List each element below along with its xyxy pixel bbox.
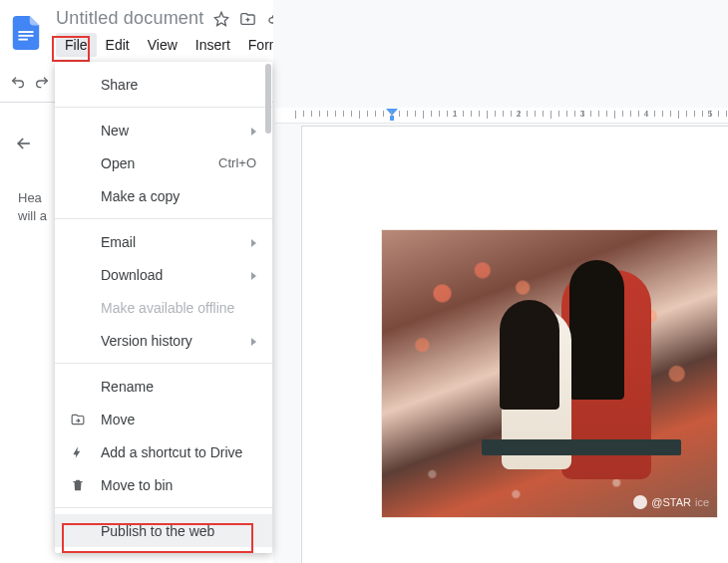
weibo-icon	[633, 495, 647, 509]
star-icon[interactable]	[213, 11, 229, 27]
document-image[interactable]: @STARice	[381, 229, 718, 518]
svg-rect-0	[18, 31, 33, 33]
redo-button[interactable]	[32, 69, 52, 97]
trash-icon	[69, 477, 87, 493]
menu-item-label: Make available offline	[101, 300, 256, 316]
menu-item-move[interactable]: Move	[55, 403, 272, 435]
menu-item-label: Open	[101, 155, 204, 171]
menu-item-label: Version history	[101, 333, 237, 349]
menu-item-share[interactable]: Share	[55, 68, 272, 101]
drive-shortcut-icon	[69, 445, 87, 459]
menu-item-new[interactable]: New	[55, 114, 272, 146]
menu-divider	[55, 363, 272, 364]
submenu-arrow-icon	[251, 123, 256, 139]
menu-insert[interactable]: Insert	[186, 33, 239, 57]
ruler-number: 1	[452, 109, 457, 119]
outline-placeholder: Hea will a	[8, 189, 48, 225]
submenu-arrow-icon	[251, 267, 256, 283]
menu-item-label: Move	[101, 412, 256, 427]
document-title[interactable]: Untitled document	[56, 8, 203, 29]
menu-item-publish-to-web[interactable]: Publish to the web	[55, 514, 272, 547]
menu-item-label: Add a shortcut to Drive	[101, 444, 256, 460]
menu-item-label: Email	[101, 234, 237, 250]
ruler-number: 5	[707, 109, 712, 119]
submenu-arrow-icon	[251, 234, 256, 250]
menu-divider	[55, 507, 272, 508]
menu-item-rename[interactable]: Rename	[55, 370, 272, 403]
submenu-arrow-icon	[251, 333, 256, 349]
illustration-figure	[569, 260, 624, 400]
menu-item-move-to-bin[interactable]: Move to bin	[55, 468, 272, 501]
menu-item-add-shortcut[interactable]: Add a shortcut to Drive	[55, 435, 272, 468]
menu-item-open[interactable]: OpenCtrl+O	[55, 146, 272, 179]
docs-logo[interactable]	[8, 15, 44, 51]
illustration-figure	[500, 300, 559, 410]
menu-item-label: Publish to the web	[101, 523, 256, 539]
file-menu-dropdown: Share New OpenCtrl+O Make a copy Email D…	[55, 62, 272, 553]
menu-file[interactable]: File	[56, 33, 97, 57]
menu-item-email[interactable]: Email	[55, 225, 272, 258]
menu-item-label: Share	[101, 77, 256, 93]
menu-item-label: New	[101, 123, 237, 139]
menu-item-version-history[interactable]: Version history	[55, 324, 272, 357]
menu-item-make-copy[interactable]: Make a copy	[55, 179, 272, 212]
menu-item-label: Move to bin	[101, 477, 256, 493]
menu-item-shortcut: Ctrl+O	[218, 155, 256, 170]
menu-item-download[interactable]: Download	[55, 258, 272, 291]
ruler-number: 3	[579, 109, 584, 119]
svg-rect-2	[18, 38, 27, 40]
menu-divider	[55, 107, 272, 108]
ruler-number: 4	[643, 109, 648, 119]
outline-back-button[interactable]	[10, 130, 38, 157]
folder-move-icon	[69, 413, 87, 426]
menu-divider	[55, 218, 272, 219]
undo-button[interactable]	[8, 69, 28, 97]
menu-item-label: Make a copy	[101, 188, 256, 204]
move-icon[interactable]	[239, 11, 256, 27]
illustration-figure	[482, 439, 681, 455]
menu-item-label: Rename	[101, 379, 256, 395]
horizontal-ruler[interactable]: 12345	[275, 108, 728, 124]
menu-view[interactable]: View	[139, 33, 186, 57]
menu-item-label: Download	[101, 267, 237, 283]
menu-edit[interactable]: Edit	[97, 33, 139, 57]
svg-rect-1	[18, 34, 33, 36]
image-watermark: @STARice	[633, 495, 709, 509]
ruler-number: 2	[516, 109, 521, 119]
indent-marker-icon[interactable]	[385, 108, 399, 122]
dropdown-scrollbar[interactable]	[265, 64, 271, 134]
menu-item-offline: Make available offline	[55, 291, 272, 324]
